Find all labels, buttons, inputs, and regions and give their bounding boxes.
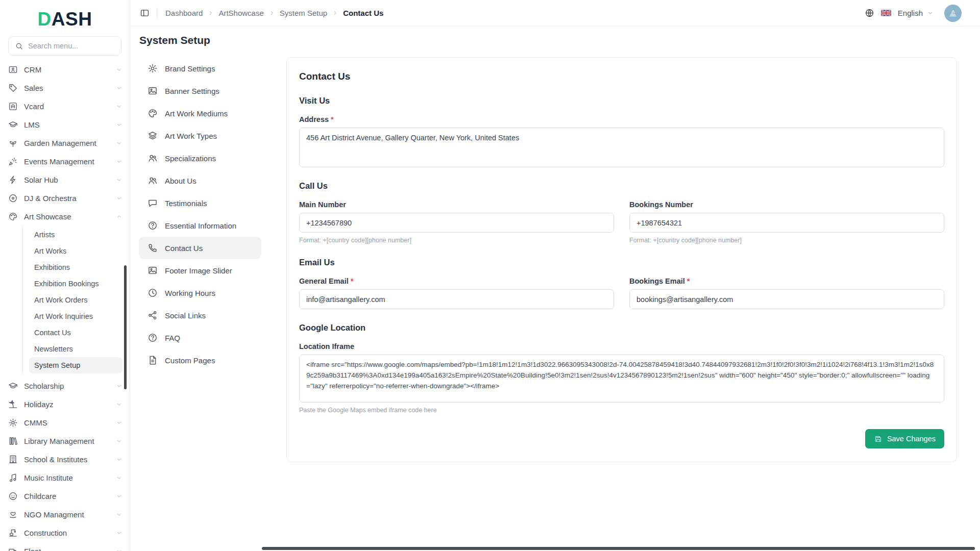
sidebar-item-cmms[interactable]: CMMS: [8, 413, 125, 432]
avatar-stack-icon: [948, 8, 958, 18]
sidebar-item-label: School & Institutes: [24, 455, 87, 464]
chevron-down-icon: [116, 548, 122, 551]
sidebar-subitem-art-work-inquiries[interactable]: Art Work Inquiries: [29, 308, 122, 324]
sidebar-group: DJ & Orchestra: [8, 189, 125, 207]
settings-nav-item-brand-settings[interactable]: Brand Settings: [139, 57, 261, 80]
sidebar-subitem-newsletters[interactable]: Newsletters: [29, 341, 122, 357]
sidebar-subitem-artists[interactable]: Artists: [29, 227, 122, 243]
sidebar-item-fleet[interactable]: Fleet: [8, 542, 125, 551]
bookings-email-label: Bookings Email*: [629, 277, 944, 285]
sidebar-item-solar-hub[interactable]: Solar Hub: [8, 170, 125, 189]
confetti-icon: [8, 157, 18, 166]
sidebar-item-dj-orchestra[interactable]: DJ & Orchestra: [8, 189, 125, 207]
sidebar-subitem-exhibition-bookings[interactable]: Exhibition Bookings: [29, 276, 122, 292]
vcard-icon: [8, 102, 18, 111]
sidebar-item-holidayz[interactable]: Holidayz: [8, 395, 125, 413]
general-email-input[interactable]: [299, 289, 614, 309]
settings-nav-item-art-work-types[interactable]: Art Work Types: [139, 124, 261, 147]
bookings-email-input[interactable]: [629, 289, 944, 309]
contact-us-card: Contact Us Visit Us Address* 456 Art Dis…: [286, 57, 957, 462]
sidebar-subitem-system-setup[interactable]: System Setup: [29, 357, 122, 373]
sidebar-nav: CRM Sales: [0, 56, 130, 551]
sidebar-item-garden-management[interactable]: Garden Management: [8, 134, 125, 152]
breadcrumb-item-system-setup[interactable]: System Setup: [280, 9, 327, 17]
breadcrumb-item-contact-us[interactable]: Contact Us: [343, 9, 383, 17]
settings-nav-item-banner-settings[interactable]: Banner Settings: [139, 80, 261, 102]
sidebar-subitem-label: Newsletters: [34, 345, 73, 353]
sidebar-item-school-institutes[interactable]: School & Institutes: [8, 450, 125, 468]
sidebar-item-crm[interactable]: CRM: [8, 60, 125, 79]
sidebar-item-sales[interactable]: Sales: [8, 79, 125, 97]
sidebar-item-events-management[interactable]: Events Management: [8, 152, 125, 170]
avatar[interactable]: [944, 5, 962, 22]
chevron-down-icon: [116, 401, 122, 408]
breadcrumb-item-dashboard[interactable]: Dashboard: [165, 9, 203, 17]
settings-nav-item-working-hours[interactable]: Working Hours: [139, 282, 261, 304]
topbar-divider: [157, 8, 157, 19]
settings-nav-item-label: Banner Settings: [165, 87, 219, 95]
location-iframe-textarea[interactable]: <iframe src="https://www.google.com/maps…: [299, 355, 944, 403]
settings-nav-item-testimonials[interactable]: Testimonials: [139, 192, 261, 214]
main-number-hint: Format: +[country code][phone number]: [299, 237, 614, 244]
file-icon: [148, 355, 158, 365]
sidebar-group: Vcard: [8, 97, 125, 115]
sidebar-subitem-label: Art Work Orders: [34, 296, 87, 304]
sidebar-item-art-showcase[interactable]: Art Showcase: [8, 207, 125, 226]
settings-nav-item-footer-image-slider[interactable]: Footer Image Slider: [139, 259, 261, 282]
google-location-heading: Google Location: [299, 323, 944, 333]
settings-nav-item-specializations[interactable]: Specializations: [139, 147, 261, 169]
chevron-down-icon: [116, 474, 122, 481]
search-input[interactable]: [28, 42, 124, 50]
settings-nav-item-custom-pages[interactable]: Custom Pages: [139, 349, 261, 371]
sidebar-subitem-exhibitions[interactable]: Exhibitions: [29, 259, 122, 276]
sidebar-item-label: Vcard: [24, 102, 44, 111]
chevron-down-icon: [116, 438, 122, 444]
settings-nav-item-contact-us[interactable]: Contact Us: [139, 237, 261, 259]
sidebar-item-childcare[interactable]: Childcare: [8, 487, 125, 505]
settings-nav-item-about-us[interactable]: About Us: [139, 169, 261, 192]
main-number-label: Main Number: [299, 201, 614, 209]
bookings-number-input[interactable]: [629, 213, 944, 233]
sidebar-scrollbar-thumb[interactable]: [124, 265, 127, 389]
settings-nav-item-label: Contact Us: [165, 244, 203, 253]
chevron-down-icon: [116, 140, 122, 146]
sidebar-toggle-icon[interactable]: [140, 8, 150, 18]
address-textarea[interactable]: 456 Art District Avenue, Gallery Quarter…: [299, 128, 944, 167]
sidebar-group: Art Showcase Artists Art Works: [8, 207, 125, 373]
sidebar-search[interactable]: [8, 36, 121, 56]
sidebar-item-construction[interactable]: Construction: [8, 523, 125, 542]
sidebar-group: Fleet: [8, 542, 125, 551]
main-number-input[interactable]: [299, 213, 614, 233]
image-icon: [148, 265, 158, 276]
page-title: System Setup: [139, 34, 957, 46]
sidebar-subitem-label: System Setup: [34, 361, 80, 369]
breadcrumb-item-artshowcase[interactable]: ArtShowcase: [218, 9, 263, 17]
settings-nav-item-essential-information[interactable]: Essential Information: [139, 214, 261, 237]
chevron-down-icon: [116, 85, 122, 91]
chevron-down-icon: [116, 456, 122, 463]
sidebar-item-label: Garden Management: [24, 139, 96, 147]
settings-nav-item-art-work-mediums[interactable]: Art Work Mediums: [139, 102, 261, 124]
sidebar-item-library-management[interactable]: Library Management: [8, 432, 125, 450]
users-icon: [148, 176, 158, 186]
required-mark: *: [687, 277, 690, 285]
sidebar-item-ngo-managment[interactable]: NGO Managment: [8, 505, 125, 523]
graduation-cap-icon: [8, 381, 18, 391]
language-selector[interactable]: English: [898, 9, 923, 17]
sidebar-subitem-art-work-orders[interactable]: Art Work Orders: [29, 292, 122, 308]
sidebar-subitem-art-works[interactable]: Art Works: [29, 243, 122, 259]
crane-icon: [8, 528, 18, 538]
sidebar-item-vcard[interactable]: Vcard: [8, 97, 125, 115]
save-changes-button[interactable]: Save Changes: [865, 429, 944, 448]
sidebar-item-lms[interactable]: LMS: [8, 115, 125, 134]
app-logo[interactable]: DASH: [0, 0, 130, 31]
horizontal-scrollbar-thumb[interactable]: [262, 547, 975, 550]
sidebar-item-music-institute[interactable]: Music Institute: [8, 468, 125, 487]
sidebar-item-label: NGO Managment: [24, 510, 84, 519]
sidebar-item-scholarship[interactable]: Scholarship: [8, 377, 125, 395]
sidebar-subitem-contact-us[interactable]: Contact Us: [29, 324, 122, 341]
settings-nav-item-faq[interactable]: FAQ: [139, 327, 261, 349]
chevron-down-icon[interactable]: [927, 10, 934, 16]
settings-nav-item-social-links[interactable]: Social Links: [139, 304, 261, 327]
globe-icon[interactable]: [865, 8, 874, 18]
